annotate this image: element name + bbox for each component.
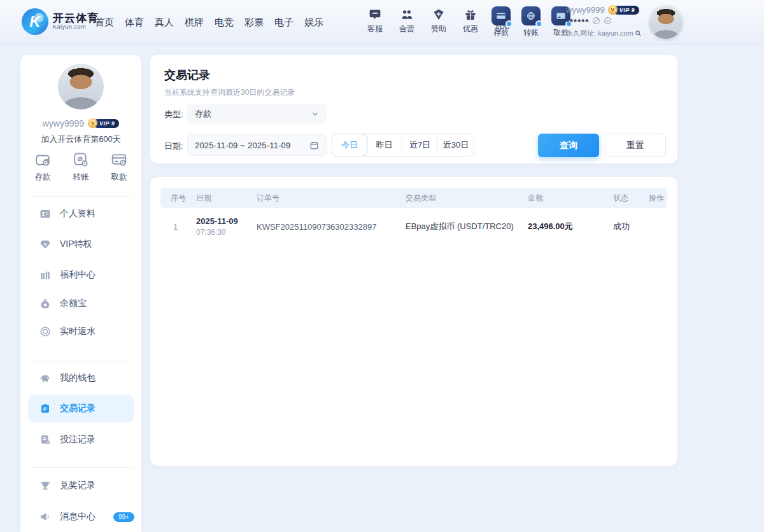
row-amount: 23,496.00元 [528, 221, 613, 232]
permanent-url[interactable]: 永久网址: kaiyun.com [566, 29, 642, 38]
balance-masked: ****** [566, 17, 589, 27]
quick-actions: 存款 转账 取款 [20, 151, 141, 183]
chevron-down-circle-icon[interactable] [604, 16, 612, 27]
col-action: 操作 [649, 193, 667, 204]
transfer-button[interactable]: 转账 [519, 6, 543, 38]
sponsor-icon [432, 8, 445, 21]
nav-item-live[interactable]: 真人 [155, 17, 174, 29]
sidebar-item-prizes[interactable]: 兑奖记录 [28, 472, 134, 500]
vip-badge: V VIP 9 [608, 6, 639, 15]
nav-item-board[interactable]: 棋牌 [185, 17, 204, 29]
promotions-button[interactable]: 优惠 [458, 8, 483, 34]
benefits-icon [39, 269, 51, 281]
tile-badge [506, 20, 513, 27]
rebate-icon [39, 326, 51, 337]
message-count-badge: 99+ [113, 512, 134, 522]
quick-transfer-button[interactable]: 转账 [73, 151, 89, 183]
vip-gem-icon [39, 239, 51, 250]
sidebar-item-transactions[interactable]: 交易记录 [28, 395, 134, 423]
user-avatar[interactable] [649, 6, 683, 39]
chevron-down-icon [311, 110, 319, 118]
main-nav: 首页 体育 真人 棋牌 电竞 彩票 电子 娱乐 [95, 0, 323, 45]
nav-item-slots[interactable]: 电子 [274, 17, 294, 29]
gift-icon [464, 8, 477, 21]
search-button[interactable]: 查询 [538, 134, 599, 157]
quick-deposit-button[interactable]: 存款 [34, 151, 51, 183]
row-type: EBpay虚拟币 (USDT/TRC20) [406, 221, 528, 232]
nav-item-home[interactable]: 首页 [95, 17, 114, 29]
vip-shield-icon: V [88, 118, 97, 128]
header-user-info: wywy9999 V VIP 9 ****** 永久网址: kaiyun.com [566, 5, 646, 39]
quick-withdraw-button[interactable]: 取款 [111, 151, 127, 183]
piggy-icon [39, 372, 51, 384]
username: wywy9999 [566, 5, 605, 15]
row-date: 2025-11-09 07:36:30 [196, 216, 257, 237]
deposit-button[interactable]: 存款 [489, 6, 513, 38]
col-type: 交易类型 [406, 193, 528, 204]
wallet-icon [34, 151, 51, 168]
prize-icon [39, 480, 51, 491]
sidebar-item-bets[interactable]: 投注记录 [28, 426, 134, 454]
magnifier-icon [635, 30, 642, 37]
deposit-card-icon [496, 11, 506, 21]
brand-logo[interactable]: K 开云体育 Kaiyun.com [22, 8, 99, 35]
tile-badge [535, 20, 542, 27]
brand-name: 开云体育 [53, 13, 99, 24]
partners-icon [400, 8, 413, 21]
sidebar-item-rebate[interactable]: 实时返水 [28, 318, 134, 346]
sidebar-item-profile[interactable]: 个人资料 [28, 200, 134, 228]
filter-card: 交易记录 当前系统支持查询最近30日的交易记录 类型: 存款 日期: 2025-… [150, 55, 677, 164]
join-days-text: 加入开云体育第600天 [20, 134, 141, 145]
type-select[interactable]: 存款 [187, 104, 327, 123]
sidebar-item-benefits[interactable]: 福利中心 [28, 261, 134, 289]
nav-item-sports[interactable]: 体育 [125, 17, 144, 29]
moneybag-icon [39, 298, 51, 309]
col-status: 状态 [613, 193, 649, 204]
megaphone-icon [39, 511, 51, 522]
divider [29, 361, 132, 362]
transfer-globe-icon [526, 11, 536, 21]
sidebar-item-wallet[interactable]: 我的钱包 [28, 364, 134, 392]
page-subtitle: 当前系统支持查询最近30日的交易记录 [164, 87, 295, 98]
sidebar-item-yuebao[interactable]: 余额宝 [28, 290, 134, 318]
brand-logo-icon: K [22, 8, 48, 35]
nav-item-entertainment[interactable]: 娱乐 [304, 17, 323, 29]
sidebar-item-vip[interactable]: VIP特权 [28, 230, 134, 258]
transactions-icon [39, 403, 51, 414]
eye-off-icon[interactable] [592, 16, 600, 27]
brand-domain: Kaiyun.com [53, 24, 99, 30]
profile-vip-badge: V VIP 9 [88, 119, 119, 128]
customer-service-button[interactable]: 客服 [363, 8, 387, 34]
table-header-row: 序号 日期 订单号 交易类型 金额 状态 操作 [160, 188, 667, 208]
range-7days-button[interactable]: 近7日 [402, 134, 438, 156]
row-status: 成功 [613, 221, 649, 232]
nav-item-esports[interactable]: 电竞 [215, 17, 234, 29]
type-label: 类型: [164, 109, 183, 120]
col-index: 序号 [171, 193, 196, 204]
sponsor-button[interactable]: 赞助 [427, 8, 451, 34]
range-yesterday-button[interactable]: 昨日 [367, 134, 402, 156]
partners-button[interactable]: 合营 [395, 8, 419, 34]
top-header: K 开云体育 Kaiyun.com 首页 体育 真人 棋牌 电竞 彩票 电子 娱… [0, 0, 764, 45]
sidebar-item-messages[interactable]: 消息中心 99+ [28, 503, 134, 531]
reset-button[interactable]: 重置 [605, 134, 666, 157]
divider [29, 467, 132, 468]
id-card-icon [39, 208, 51, 220]
row-index: 1 [171, 222, 196, 232]
range-today-button[interactable]: 今日 [332, 134, 367, 157]
records-table-card: 序号 日期 订单号 交易类型 金额 状态 操作 1 2025-11-09 07:… [150, 177, 677, 466]
profile-avatar[interactable] [58, 64, 104, 109]
col-date: 日期 [196, 193, 257, 204]
withdraw-card-icon [556, 11, 566, 21]
divider [29, 196, 132, 197]
calendar-icon [309, 141, 319, 150]
table-row: 1 2025-11-09 07:36:30 KWSF20251109073630… [160, 208, 667, 245]
date-range-input[interactable]: 2025-11-09 ~ 2025-11-09 [187, 134, 327, 156]
date-label: 日期: [164, 141, 183, 152]
row-order-no: KWSF202511090736302332897 [257, 222, 406, 232]
nav-item-lottery[interactable]: 彩票 [244, 17, 264, 29]
col-amount: 金额 [528, 193, 613, 204]
range-30days-button[interactable]: 近30日 [438, 134, 474, 156]
card-icon [111, 151, 127, 168]
header-wallet-tiles: 存款 转账 取款 [489, 6, 573, 38]
